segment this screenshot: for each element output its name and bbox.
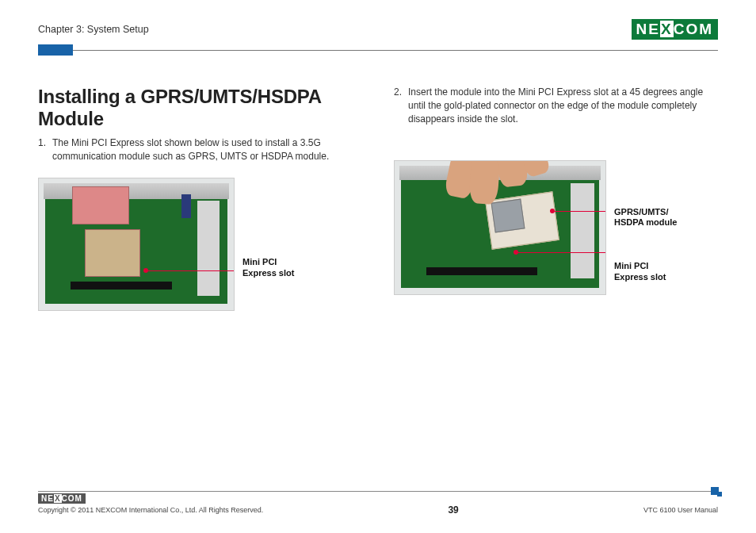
header-rule	[38, 44, 718, 56]
footer-logo-x: X	[54, 494, 62, 503]
figure-2-install-photo	[394, 160, 606, 295]
step-2: 2. Insert the module into the Mini PCI E…	[394, 86, 718, 125]
logo-part-left: NE	[636, 21, 660, 37]
step-2-text: Insert the module into the Mini PCI Expr…	[408, 86, 718, 125]
left-column: Installing a GPRS/UMTS/HSDPA Module 1. T…	[38, 86, 362, 311]
nexcom-logo: NEXCOM	[632, 19, 718, 40]
page-title: Installing a GPRS/UMTS/HSDPA Module	[38, 86, 362, 130]
figure-1-board-photo	[38, 178, 235, 311]
logo-part-right: COM	[674, 21, 713, 37]
right-column: 2. Insert the module into the Mini PCI E…	[394, 86, 718, 311]
figure-2-callout-slot: Mini PCI Express slot	[614, 261, 677, 282]
footer-logo-right: COM	[62, 494, 82, 503]
footer-rule	[38, 491, 718, 492]
step-1: 1. The Mini PCI Express slot shown below…	[38, 136, 362, 163]
figure-2-callout-module: GPRS/UMTS/ HSDPA module	[614, 207, 677, 228]
document-name: VTC 6100 User Manual	[643, 506, 718, 514]
footer-logo-left: NE	[41, 494, 54, 503]
step-1-number: 1.	[38, 136, 52, 163]
copyright-text: Copyright © 2011 NEXCOM International Co…	[38, 506, 263, 514]
page-number: 39	[448, 504, 458, 516]
figure-1-callout-slot: Mini PCI Express slot	[242, 257, 294, 278]
logo-part-x: X	[660, 21, 674, 37]
step-2-number: 2.	[394, 86, 408, 125]
footer-logo: NEXCOM	[38, 490, 86, 504]
chapter-label: Chapter 3: System Setup	[38, 24, 149, 35]
step-1-text: The Mini PCI Express slot shown below is…	[52, 136, 362, 163]
